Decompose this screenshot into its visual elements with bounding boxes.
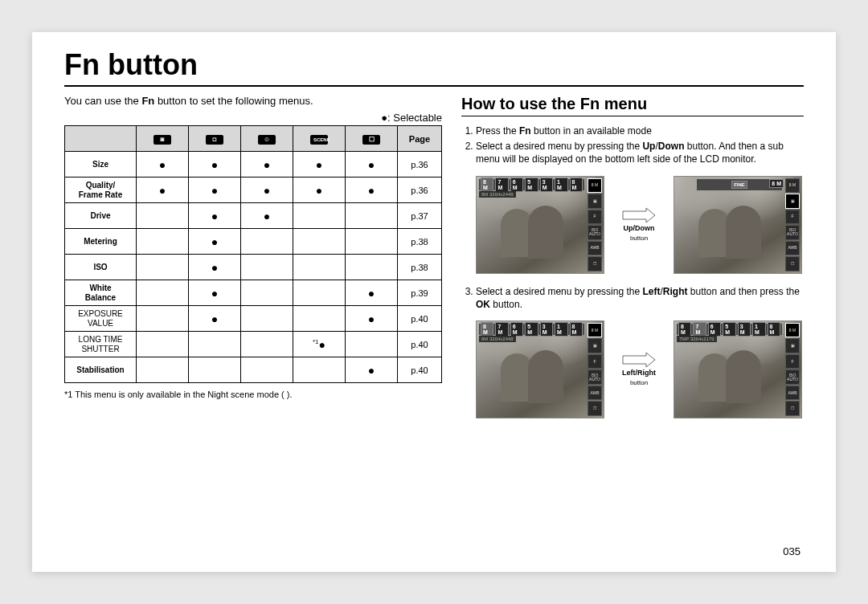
fn-menu-table: ◙ ◘ ☺ SCENE ☐ Page Size●●●●●p.36Quality/… <box>64 125 442 383</box>
lcd-side-item: ☐ <box>785 401 800 416</box>
lcd-side-item: ▣ <box>588 194 602 209</box>
lcd-before-updown: 8 M7 M6 M5 M3 M1 M8 M 8M 3264x2448 8 M▣F… <box>476 176 604 274</box>
page-ref: p.40 <box>398 306 442 332</box>
mode-program-icon: ◘ <box>189 126 241 152</box>
table-row: Quality/Frame Rate●●●●●p.36 <box>65 178 442 203</box>
cell <box>346 229 398 255</box>
table-header-page: Page <box>398 126 442 152</box>
row-label: EXPOSUREVALUE <box>65 306 137 332</box>
row-label: ISO <box>65 255 137 280</box>
row-label: Quality/Frame Rate <box>65 178 137 203</box>
section-title: How to use the Fn menu <box>461 95 804 116</box>
page-ref: p.38 <box>398 255 442 280</box>
cell <box>241 255 293 280</box>
row-label: Metering <box>65 229 137 255</box>
size-chip-end: 8 M <box>768 322 780 337</box>
cell: ● <box>241 203 293 229</box>
size-chip: 6 M <box>510 322 523 337</box>
lcd-side-item: ☐ <box>785 256 800 271</box>
page-ref: p.40 <box>398 332 442 357</box>
arrow-updown: Up/Down button <box>609 207 669 242</box>
intro-post: button to set the following menus. <box>154 95 313 107</box>
cell: *1● <box>293 332 346 357</box>
table-row: Metering●p.38 <box>65 229 442 255</box>
cell <box>293 203 346 229</box>
intro-text: You can use the Fn button to set the fol… <box>64 95 442 107</box>
table-row: LONG TIMESHUTTER*1●p.40 <box>65 332 442 357</box>
size-chip: 5 M <box>525 322 538 337</box>
intro-bold: Fn <box>141 95 154 107</box>
mode-auto-icon: ◙ <box>137 126 189 152</box>
row-label: Stabilisation <box>65 357 137 383</box>
cell <box>293 255 346 280</box>
size-chip: 1 M <box>555 178 567 192</box>
cell <box>241 357 293 383</box>
cell: ● <box>189 280 241 306</box>
arrow-sublabel-2: button <box>630 379 648 386</box>
cell <box>346 255 398 280</box>
lcd-side-item: 8 M <box>588 323 602 338</box>
lcd-row-2: 8 M7 M6 M5 M3 M1 M8 M 8M 3264x2448 8 M▣F… <box>476 320 804 418</box>
cell <box>137 306 189 332</box>
row-label: Size <box>65 152 137 178</box>
cell <box>189 332 241 357</box>
lcd-after-updown: FINE 8 M▣FISOAUTOAWB☐ 8 M <box>674 176 802 274</box>
step-2: Select a desired menu by pressing the Up… <box>476 140 804 165</box>
cell <box>346 203 398 229</box>
arrow-right-icon <box>622 352 656 368</box>
size-chip: 6 M <box>510 178 523 192</box>
chip-fine: FINE <box>731 181 747 189</box>
cell: ● <box>189 255 241 280</box>
size-chip: 5 M <box>525 178 538 192</box>
lcd-side-item: ▣ <box>588 338 602 353</box>
size-chip: 5 M <box>723 322 735 337</box>
page-title: Fn button <box>64 48 804 87</box>
cell <box>293 357 346 383</box>
table-row: ISO●p.38 <box>65 255 442 280</box>
footnote-text: *1 This menu is only available in the Ni… <box>64 390 293 399</box>
lcd-readout-d: 7MP 3264x2176 <box>677 336 717 342</box>
cell: ● <box>293 152 346 178</box>
cell: ● <box>137 178 189 203</box>
footnote: *1 This menu is only available in the Ni… <box>64 390 442 399</box>
mode-movie-icon: ☐ <box>346 126 398 152</box>
page-ref: p.39 <box>398 280 442 306</box>
page-number: 035 <box>783 545 800 557</box>
table-row: Size●●●●●p.36 <box>65 152 442 178</box>
lcd-side-item: 8 M <box>588 178 602 194</box>
size-chip-end: 8 M <box>570 178 583 192</box>
row-label: WhiteBalance <box>65 280 137 306</box>
size-chip: 3 M <box>540 322 553 337</box>
table-row: EXPOSUREVALUE●●p.40 <box>65 306 442 332</box>
page-ref: p.36 <box>398 152 442 178</box>
lcd-side-item: AWB <box>588 241 602 256</box>
size-chip: 8 M <box>481 178 493 192</box>
lcd-before-leftright: 8 M7 M6 M5 M3 M1 M8 M 8M 3264x2448 8 M▣F… <box>476 320 604 418</box>
cell: ● <box>189 178 241 203</box>
cell: ● <box>241 178 293 203</box>
cell <box>137 280 189 306</box>
cell <box>189 357 241 383</box>
lcd-side-item: F <box>588 354 602 369</box>
cell <box>293 229 346 255</box>
lcd-side-item: ISOAUTO <box>588 369 602 385</box>
lcd-readout: 8M 3264x2448 <box>479 191 516 198</box>
cell <box>241 332 293 357</box>
cell <box>346 332 398 357</box>
table-row: WhiteBalance●●p.39 <box>65 280 442 306</box>
cell <box>241 229 293 255</box>
steps-b: Select a desired menu by pressing the Le… <box>461 285 804 311</box>
size-chip: 8 M <box>481 322 493 337</box>
step-1: Press the Fn button in an available mode <box>476 124 804 137</box>
lcd-row-1: 8 M7 M6 M5 M3 M1 M8 M 8M 3264x2448 8 M▣F… <box>476 176 804 274</box>
row-label: Drive <box>65 203 137 229</box>
lcd-side-item: F <box>785 354 800 369</box>
mode-dual-icon: ☺ <box>241 126 293 152</box>
page-ref: p.38 <box>398 229 442 255</box>
lcd-side-item: 8 M <box>785 323 800 338</box>
lcd-side-item: F <box>785 210 800 225</box>
cell <box>137 229 189 255</box>
cell <box>137 255 189 280</box>
lcd-after-leftright: 8 M7 M6 M5 M3 M1 M8 M 7MP 3264x2176 8 M▣… <box>674 320 802 418</box>
page-ref: p.36 <box>398 178 442 203</box>
